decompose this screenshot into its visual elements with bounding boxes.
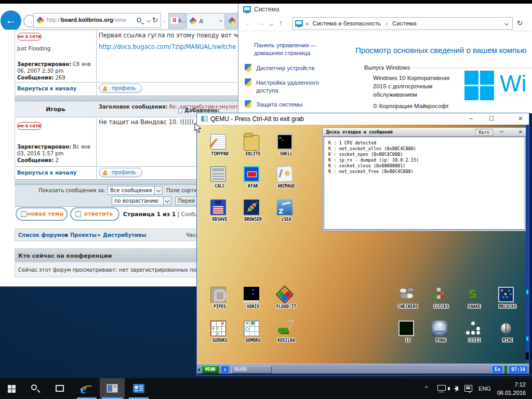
icon-label[interactable]: LIFE2 xyxy=(456,338,493,343)
icon-kosilka[interactable] xyxy=(277,321,292,336)
icon-animage[interactable] xyxy=(276,166,293,182)
icon-snake[interactable] xyxy=(465,287,481,302)
tab-scroll-left-icon[interactable]: ‹ xyxy=(163,17,165,25)
icon-label[interactable]: CLICKS xyxy=(423,304,459,309)
icon-browser[interactable] xyxy=(244,200,259,215)
icon-zsea[interactable] xyxy=(277,200,292,215)
address-dropdown-icon[interactable] xyxy=(147,18,151,22)
icon-flood-it[interactable] xyxy=(276,286,294,304)
back-button[interactable]: ← xyxy=(1,10,21,31)
icon-label[interactable]: SNAKE xyxy=(456,304,493,309)
sidebar-system-protection[interactable]: Защита системы xyxy=(256,101,334,109)
icon-shell[interactable] xyxy=(277,134,292,150)
clock-tray[interactable]: 7:1206.01.2016 xyxy=(490,378,530,399)
search-icon[interactable] xyxy=(137,18,141,22)
post-link[interactable]: http://docs.bugaco.com/7zip/MANUAL/switc… xyxy=(99,43,239,50)
go-button[interactable]: Перей xyxy=(175,196,198,205)
back-button[interactable]: ← xyxy=(245,19,252,27)
task-view-button[interactable] xyxy=(49,378,72,399)
kern-button[interactable]: Kern xyxy=(475,129,493,136)
icon-life2[interactable] xyxy=(465,321,481,336)
breadcrumb-distros-link[interactable]: Дистрибутивы xyxy=(103,232,146,238)
minimize-button[interactable]: – xyxy=(463,113,478,125)
profile-button[interactable]: профиль xyxy=(99,84,142,93)
icon-label[interactable]: MBLOCKS xyxy=(489,304,526,309)
volume-tray-icon[interactable] xyxy=(450,378,461,399)
breadcrumb-projects-link[interactable]: Проекты xyxy=(70,232,97,238)
icon-label[interactable]: EOLITE xyxy=(235,152,271,156)
maximize-button[interactable]: ☐ xyxy=(484,113,499,125)
icon-xonix[interactable] xyxy=(244,287,259,302)
tab-close-icon[interactable]: × xyxy=(219,18,222,24)
system-address-bar[interactable]: « Система и безопасность › Система xyxy=(292,17,513,30)
qemu-titlebar[interactable]: QEMU - Press Ctrl-Alt to exit grab – ☐ × xyxy=(197,113,529,125)
icon-pipes[interactable] xyxy=(210,287,226,302)
show-posts-select[interactable]: Все сообщения xyxy=(108,186,163,195)
kolibri-lang-indicator[interactable]: En xyxy=(492,366,503,374)
forward-button[interactable]: → xyxy=(257,19,264,27)
icon-mine[interactable] xyxy=(498,321,514,336)
minimize-icon[interactable]: – xyxy=(500,128,503,135)
start-button[interactable] xyxy=(0,378,24,399)
network-tray-icon[interactable] xyxy=(436,378,448,399)
action-center-icon[interactable] xyxy=(463,378,475,399)
icon-label[interactable]: RDSAVE xyxy=(202,217,238,222)
breadcrumb-forums-link[interactable]: Список форумов xyxy=(18,232,68,238)
sort-order-select[interactable]: по возрастанию xyxy=(112,196,171,205)
icon-label[interactable]: GOMOKU xyxy=(235,338,271,343)
icon-label[interactable]: XONIX xyxy=(235,304,271,309)
icon-pong[interactable] xyxy=(432,321,447,336)
up-button[interactable]: ↑ xyxy=(279,19,283,27)
window-list-button[interactable]: ↕ xyxy=(221,366,229,374)
icon-label[interactable]: KFAR xyxy=(235,184,271,189)
icon-label[interactable]: BROWSER xyxy=(235,217,271,222)
icon-label[interactable]: ANIMAGE xyxy=(268,184,304,189)
icon-label[interactable]: zSEA xyxy=(268,217,304,222)
reply-button[interactable]: ответить xyxy=(70,207,119,221)
icon-label[interactable]: PIPES xyxy=(202,304,238,309)
sidebar-remote-access[interactable]: Настройка удаленного доступа xyxy=(256,79,329,95)
tab-active-forum[interactable]: д × xyxy=(187,13,225,29)
taskbar-left-arrow-icon[interactable] xyxy=(197,368,200,372)
icon-calc[interactable] xyxy=(210,166,226,182)
sidebar-device-manager[interactable]: Диспетчер устройств xyxy=(256,64,334,72)
icon-mblocks[interactable] xyxy=(498,287,514,302)
address-bar[interactable]: http://board.kolibrios.org/view ↻ xyxy=(33,13,161,28)
icon-checkers[interactable] xyxy=(398,287,414,302)
crumb-system[interactable]: Система xyxy=(392,20,416,26)
icon-label[interactable]: MINE xyxy=(489,338,526,343)
tab-kolibri-2[interactable] xyxy=(225,13,239,29)
taskbar-ie-button[interactable]: e xyxy=(75,378,99,399)
icon-label[interactable]: 15 xyxy=(390,338,426,343)
icon-tinypad[interactable] xyxy=(210,134,226,150)
close-button[interactable]: × xyxy=(513,113,528,125)
search-button[interactable] xyxy=(24,378,47,399)
back-to-top-link[interactable]: Вернуться к началу xyxy=(17,86,76,91)
icon-label[interactable]: TINYPAD xyxy=(202,152,238,156)
tab-yandex[interactable]: Я k... xyxy=(168,13,186,29)
kolibri-menu-button[interactable]: МЕНЮ xyxy=(202,366,219,374)
icon-label[interactable]: CHECKERS xyxy=(390,304,426,309)
close-icon[interactable]: × xyxy=(518,128,522,135)
task-board-button[interactable]: BOARD xyxy=(231,366,272,374)
back-to-top-link[interactable]: Вернуться к началу xyxy=(17,170,76,176)
taskbar-system-button[interactable] xyxy=(127,378,151,399)
icon-15[interactable] xyxy=(398,321,414,336)
icon-label[interactable]: PONG xyxy=(423,338,459,343)
tray-expand-button[interactable]: ^ xyxy=(423,378,433,399)
history-dropdown-icon[interactable] xyxy=(269,22,273,26)
system-titlebar[interactable]: Система xyxy=(238,3,532,16)
address-url[interactable]: http://board.kolibrios.org/view xyxy=(47,17,126,23)
icon-clicks[interactable] xyxy=(432,287,447,302)
crumb-security[interactable]: Система и безопасность xyxy=(313,20,381,26)
refresh-icon[interactable]: ↻ xyxy=(517,19,523,27)
icon-kfar[interactable] xyxy=(244,166,259,182)
taskbar-qemu-button[interactable] xyxy=(100,378,125,399)
kolibri-clock[interactable]: 07:16 xyxy=(509,366,528,374)
sidebar-control-panel-home[interactable]: Панель управления — домашняя страница xyxy=(254,42,335,57)
icon-eolite[interactable] xyxy=(244,135,259,151)
icon-label[interactable]: SHELL xyxy=(268,152,304,156)
icon-rdsave[interactable] xyxy=(210,200,226,215)
profile-button[interactable]: профиль xyxy=(99,168,142,177)
address-dropdown-icon[interactable] xyxy=(504,21,509,25)
